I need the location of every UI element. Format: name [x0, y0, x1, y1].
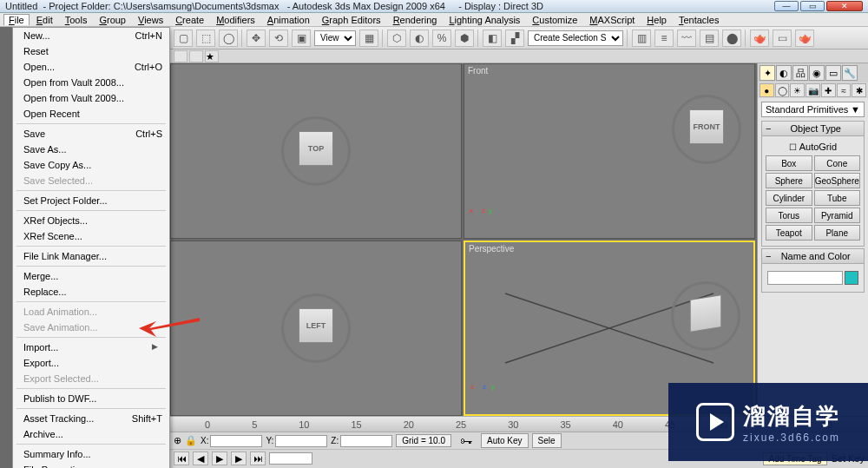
goto-end-icon[interactable]: ⏭: [250, 452, 266, 465]
window-close-button[interactable]: ✕: [826, 1, 863, 11]
toolbar-percent-snap-icon[interactable]: %: [432, 30, 451, 47]
toolbar-spinner-snap-icon[interactable]: ⬢: [455, 30, 474, 47]
secondary-tool-2[interactable]: [189, 50, 203, 63]
lock-selection-icon[interactable]: 🔒: [185, 435, 197, 446]
key-lock-icon[interactable]: 🗝: [455, 434, 477, 448]
viewport-top[interactable]: TOP: [170, 63, 462, 239]
file-menu-open[interactable]: Open...Ctrl+O: [13, 59, 169, 75]
menu-rendering[interactable]: Rendering: [388, 14, 443, 26]
modify-panel-tab[interactable]: ◐: [776, 65, 792, 81]
spacewarps-category-icon[interactable]: ≈: [837, 83, 852, 97]
reference-coord-dropdown[interactable]: View: [314, 30, 356, 46]
motion-panel-tab[interactable]: ◉: [809, 65, 825, 81]
prev-frame-icon[interactable]: ◀: [193, 452, 208, 465]
file-menu-open-from-vault-2008[interactable]: Open from Vault 2008...: [13, 75, 169, 90]
utilities-panel-tab[interactable]: 🔧: [842, 65, 858, 81]
lights-category-icon[interactable]: ☀: [790, 83, 805, 97]
window-minimize-button[interactable]: —: [774, 1, 799, 11]
hierarchy-panel-tab[interactable]: 品: [792, 65, 808, 81]
menu-customize[interactable]: Customize: [527, 14, 582, 26]
helpers-category-icon[interactable]: ✚: [821, 83, 836, 97]
window-maximize-button[interactable]: ▭: [800, 1, 825, 11]
menu-maxscript[interactable]: MAXScript: [584, 14, 640, 26]
toolbar-render-setup-icon[interactable]: 🫖: [750, 30, 769, 47]
file-menu-export[interactable]: Export...: [13, 355, 169, 371]
object-type-rollout-header[interactable]: −Object Type: [761, 121, 865, 136]
viewport-front[interactable]: Front FRONT z y x: [464, 63, 755, 239]
menu-modifiers[interactable]: Modifiers: [211, 14, 260, 26]
file-menu-publish-to-dwf[interactable]: Publish to DWF...: [13, 391, 169, 406]
object-name-input[interactable]: [767, 271, 843, 285]
secondary-tool-3[interactable]: ★: [205, 50, 219, 63]
toolbar-named-sel-icon[interactable]: ◧: [483, 30, 502, 47]
menu-graph-editors[interactable]: Graph Editors: [317, 14, 386, 26]
toolbar-lasso-icon[interactable]: ◯: [219, 30, 238, 47]
file-menu-asset-tracking[interactable]: Asset Tracking...Shift+T: [13, 411, 169, 426]
viewcube-left[interactable]: LEFT: [299, 308, 333, 343]
file-menu-archive[interactable]: Archive...: [13, 426, 169, 442]
secondary-tool-1[interactable]: [174, 50, 187, 63]
x-coord-input[interactable]: [210, 435, 262, 447]
menu-tentacles[interactable]: Tentacles: [674, 14, 724, 26]
toolbar-align-icon[interactable]: ▥: [632, 30, 651, 47]
toolbar-center-icon[interactable]: ▦: [359, 30, 378, 47]
toolbar-move-icon[interactable]: ✥: [247, 30, 266, 47]
shapes-category-icon[interactable]: ◯: [775, 83, 790, 97]
file-menu-save[interactable]: SaveCtrl+S: [13, 126, 169, 142]
viewcube-perspective[interactable]: [690, 294, 721, 332]
file-menu-set-project-folder[interactable]: Set Project Folder...: [13, 193, 169, 208]
transform-typein-icon[interactable]: ⊕: [174, 435, 181, 446]
play-icon[interactable]: ▶: [212, 452, 227, 465]
menu-tools[interactable]: Tools: [60, 14, 93, 26]
toolbar-select-icon[interactable]: ▢: [174, 30, 193, 47]
primitive-geosphere-button[interactable]: GeoSphere: [814, 173, 861, 188]
file-menu-file-link-manager[interactable]: File Link Manager...: [13, 248, 169, 264]
file-menu-open-from-vault-2009[interactable]: Open from Vault 2009...: [13, 90, 169, 106]
toolbar-rotate-icon[interactable]: ⟲: [269, 30, 288, 47]
primitive-cylinder-button[interactable]: Cylinder: [766, 190, 812, 206]
menu-views[interactable]: Views: [133, 14, 168, 26]
primitive-torus-button[interactable]: Torus: [766, 208, 812, 223]
selection-filter[interactable]: Sele: [532, 433, 562, 448]
file-menu-open-recent[interactable]: Open Recent▶: [13, 106, 169, 122]
menu-file[interactable]: File: [3, 14, 30, 25]
primitive-pyramid-button[interactable]: Pyramid: [814, 208, 861, 223]
y-coord-input[interactable]: [275, 435, 327, 447]
systems-category-icon[interactable]: ✱: [852, 83, 866, 97]
viewport-left[interactable]: LEFT: [170, 241, 462, 416]
create-panel-tab[interactable]: ✦: [760, 65, 775, 81]
primitive-category-dropdown[interactable]: Standard Primitives▼: [761, 102, 865, 117]
selection-set-dropdown[interactable]: Create Selection Set: [528, 30, 623, 46]
file-menu-xref-scene[interactable]: XRef Scene...: [13, 228, 169, 244]
primitive-plane-button[interactable]: Plane: [814, 225, 861, 241]
display-panel-tab[interactable]: ▭: [825, 65, 841, 81]
viewcube-top[interactable]: TOP: [299, 131, 333, 166]
toolbar-snap-icon[interactable]: ⬡: [387, 30, 406, 47]
cameras-category-icon[interactable]: 📷: [806, 83, 820, 97]
primitive-box-button[interactable]: Box: [766, 155, 812, 171]
name-color-rollout-header[interactable]: −Name and Color: [761, 248, 865, 264]
toolbar-region-icon[interactable]: ⬚: [196, 30, 215, 47]
file-menu-save-copy-as[interactable]: Save Copy As...: [13, 157, 169, 173]
geometry-category-icon[interactable]: ●: [760, 83, 774, 97]
primitive-sphere-button[interactable]: Sphere: [766, 173, 812, 188]
current-frame-input[interactable]: [269, 452, 312, 465]
file-menu-replace[interactable]: Replace...: [13, 284, 169, 300]
primitive-tube-button[interactable]: Tube: [814, 190, 861, 206]
menu-animation[interactable]: Animation: [262, 14, 315, 26]
goto-start-icon[interactable]: ⏮: [174, 452, 189, 465]
menu-help[interactable]: Help: [641, 14, 672, 26]
z-coord-input[interactable]: [340, 435, 392, 447]
primitive-cone-button[interactable]: Cone: [814, 155, 861, 171]
menu-create[interactable]: Create: [170, 14, 209, 26]
toolbar-curve-editor-icon[interactable]: 〰: [677, 30, 696, 47]
file-menu-save-as[interactable]: Save As...: [13, 142, 169, 157]
toolbar-render-icon[interactable]: 🫖: [795, 30, 814, 47]
object-color-swatch[interactable]: [845, 271, 858, 285]
file-menu-xref-objects[interactable]: XRef Objects...: [13, 213, 169, 228]
toolbar-layers-icon[interactable]: ≡: [654, 30, 674, 47]
file-menu-reset[interactable]: Reset: [13, 43, 169, 59]
toolbar-mirror-icon[interactable]: ▞: [505, 30, 524, 47]
menu-group[interactable]: Group: [94, 14, 131, 26]
viewcube-front[interactable]: FRONT: [689, 109, 724, 144]
